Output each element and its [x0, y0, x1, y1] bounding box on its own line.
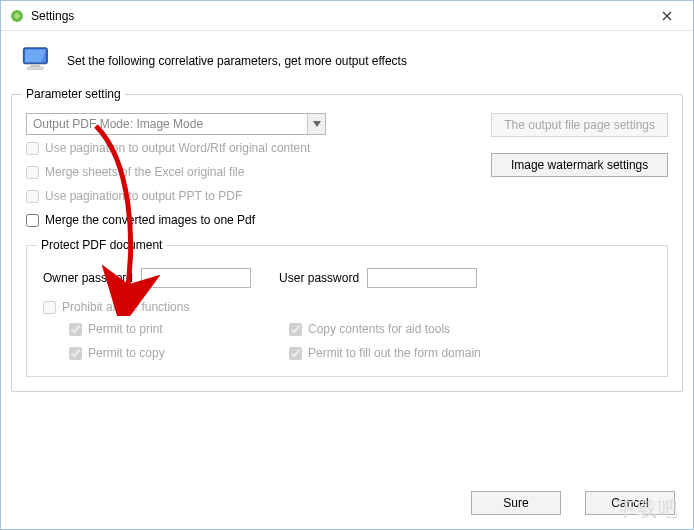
check-prohibit-all[interactable]: Prohibit all the functions	[43, 300, 651, 314]
protect-legend: Protect PDF document	[37, 238, 166, 252]
page-settings-button: The output file page settings	[491, 113, 668, 137]
app-icon	[9, 8, 25, 24]
titlebar: Settings	[1, 1, 693, 31]
settings-window: Settings Set the following correlative p…	[0, 0, 694, 530]
monitor-icon	[21, 45, 53, 76]
check-permit-copy[interactable]: Permit to copy	[69, 346, 269, 360]
header-text: Set the following correlative parameters…	[67, 54, 407, 68]
owner-password-label: Owner password	[43, 271, 133, 285]
cancel-button[interactable]: Cancel	[585, 491, 675, 515]
check-pagination-ppt[interactable]: Use pagination to output PPT to PDF	[26, 189, 326, 203]
parameter-group: Parameter setting Output PDF Mode: Image…	[11, 94, 683, 392]
output-mode-value: Output PDF Mode: Image Mode	[33, 117, 203, 131]
window-title: Settings	[25, 9, 647, 23]
check-permit-print[interactable]: Permit to print	[69, 322, 269, 336]
watermark-settings-button[interactable]: Image watermark settings	[491, 153, 668, 177]
user-password-input[interactable]	[367, 268, 477, 288]
check-pagination-word[interactable]: Use pagination to output Word/Rtf origin…	[26, 141, 326, 155]
footer: Sure Cancel	[1, 481, 693, 529]
user-password-label: User password	[279, 271, 359, 285]
check-merge-excel[interactable]: Merge sheets of the Excel original file	[26, 165, 326, 179]
svg-rect-4	[27, 67, 43, 69]
sure-button[interactable]: Sure	[471, 491, 561, 515]
close-button[interactable]	[647, 2, 687, 30]
header: Set the following correlative parameters…	[1, 31, 693, 86]
check-copy-aid[interactable]: Copy contents for aid tools	[289, 322, 651, 336]
chevron-down-icon	[307, 114, 325, 134]
parameter-legend: Parameter setting	[22, 87, 125, 101]
close-icon	[662, 11, 672, 21]
protect-group: Protect PDF document Owner password User…	[26, 245, 668, 377]
owner-password-input[interactable]	[141, 268, 251, 288]
check-merge-images[interactable]: Merge the converted images to one Pdf	[26, 213, 326, 227]
check-permit-form[interactable]: Permit to fill out the form domain	[289, 346, 651, 360]
output-mode-select[interactable]: Output PDF Mode: Image Mode	[26, 113, 326, 135]
